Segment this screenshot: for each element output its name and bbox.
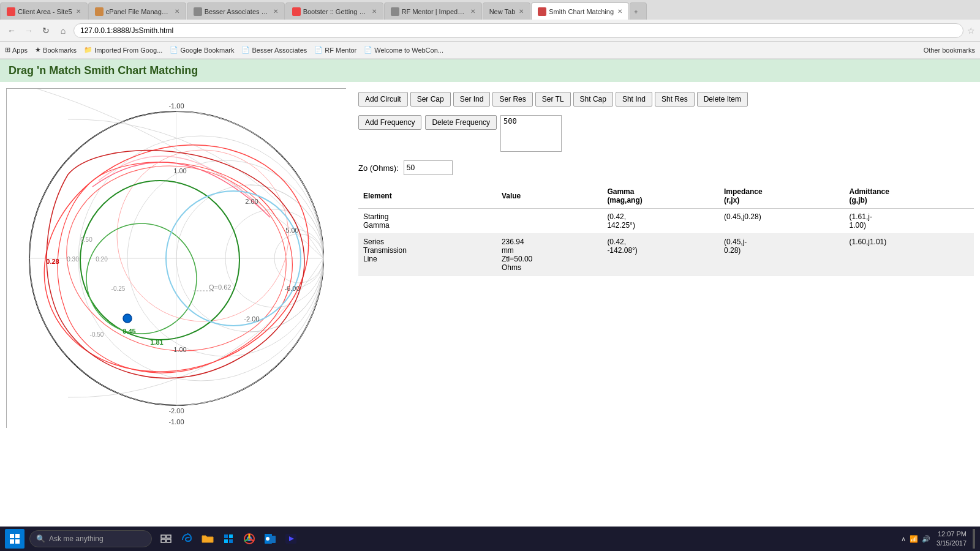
svg-text:-0.25: -0.25	[111, 285, 126, 292]
tab-rfmentor[interactable]: RF Mentor | Impedance ... ✕	[384, 2, 482, 20]
browser-chrome: Client Area - Site5 ✕ cPanel File Manage…	[0, 0, 980, 59]
ser-res-button[interactable]: Ser Res	[492, 92, 532, 107]
url-input[interactable]	[74, 23, 963, 38]
tab-smith[interactable]: Smith Chart Matching ✕	[531, 2, 629, 20]
sht-ind-button[interactable]: Sht Ind	[616, 92, 652, 107]
delete-frequency-button[interactable]: Delete Frequency	[425, 115, 497, 130]
bookmark-star-icon[interactable]: ☆	[967, 26, 975, 36]
tab-cpanel[interactable]: cPanel File Manager v3 ✕	[88, 2, 186, 20]
tab-favicon	[538, 7, 546, 16]
tab-title: Client Area - Site5	[18, 8, 72, 15]
cell-gamma: (0.42,-142.08°)	[602, 234, 719, 276]
bookmarks-bar: ⊞ Apps ★ Bookmarks 📁 Imported From Goog.…	[0, 42, 980, 59]
tab-favicon	[391, 7, 399, 16]
bookmark-other[interactable]: Other bookmarks	[924, 47, 975, 54]
circuit-button-row: Add Circuit Ser Cap Ser Ind Ser Res Ser …	[358, 92, 974, 107]
tab-close-icon[interactable]: ✕	[175, 8, 179, 15]
frequency-row: Add Frequency Delete Frequency 500	[358, 115, 974, 152]
home-button[interactable]: ⌂	[56, 24, 70, 37]
bookmark-icon: 📄	[314, 46, 323, 54]
tab-new-button[interactable]: +	[630, 2, 647, 20]
tab-close-icon[interactable]: ✕	[273, 8, 278, 15]
bookmark-besser[interactable]: 📄 Besser Associates	[241, 46, 307, 54]
tab-close-icon[interactable]: ✕	[76, 8, 81, 15]
tab-close-icon[interactable]: ✕	[519, 8, 524, 15]
tab-title: Besser Associates > Com...	[205, 8, 270, 15]
bookmark-bookmarks[interactable]: ★ Bookmarks	[35, 46, 77, 54]
svg-text:0.28: 0.28	[46, 258, 59, 265]
tab-title: RF Mentor | Impedance ...	[402, 8, 467, 15]
tab-title: New Tab	[489, 8, 516, 15]
tab-besser[interactable]: Besser Associates > Com... ✕	[187, 2, 285, 20]
add-circuit-button[interactable]: Add Circuit	[358, 92, 408, 107]
table-row: SeriesTransmissionLine 236.94mmZtl=50.00…	[358, 234, 974, 276]
tab-bootster[interactable]: Bootster :: Getting starte... ✕	[285, 2, 383, 20]
back-button[interactable]: ←	[5, 24, 18, 37]
bookmark-label: Imported From Goog...	[94, 47, 162, 54]
sht-res-button[interactable]: Sht Res	[655, 92, 695, 107]
tab-favicon	[292, 7, 301, 16]
add-frequency-button[interactable]: Add Frequency	[358, 115, 421, 130]
tab-favicon	[194, 7, 202, 16]
tab-favicon	[7, 7, 15, 16]
svg-text:-0.50: -0.50	[90, 331, 104, 338]
bookmark-apps[interactable]: ⊞ Apps	[5, 46, 28, 54]
frequency-input[interactable]: 500	[500, 115, 562, 152]
bookmark-label: Bookmarks	[43, 47, 77, 54]
svg-text:Q=0.62: Q=0.62	[209, 283, 231, 291]
svg-point-35	[123, 314, 132, 323]
zo-label: Zo (Ohms):	[358, 163, 399, 173]
delete-item-button[interactable]: Delete Item	[697, 92, 748, 107]
tab-title: cPanel File Manager v3	[106, 8, 171, 15]
bookmark-label: Welcome to WebCon...	[374, 47, 443, 54]
col-admittance: Admittance(g,jb)	[845, 184, 974, 209]
cell-value	[497, 209, 603, 234]
bookmark-icon: 📄	[241, 46, 250, 54]
cell-admittance: (1.61,j-1.00)	[845, 209, 974, 234]
svg-text:-6.00: -6.00	[284, 285, 300, 292]
reload-button[interactable]: ↻	[39, 24, 53, 37]
tab-title: Smith Chart Matching	[549, 8, 614, 15]
svg-text:-2.00: -2.00	[244, 315, 259, 323]
tab-close-icon[interactable]: ✕	[617, 8, 622, 15]
smith-chart[interactable]: -1.00 1.00 2.00 5.00 -6.00 -2.00 -2.00 1…	[6, 88, 346, 428]
sht-cap-button[interactable]: Sht Cap	[573, 92, 613, 107]
svg-text:-1.00: -1.00	[168, 418, 184, 425]
cell-impedance: (0.45,j0.28)	[719, 209, 845, 234]
address-bar: ← → ↻ ⌂ ☆	[0, 20, 980, 42]
col-gamma: Gamma(mag,ang)	[602, 184, 719, 209]
svg-text:0.30: 0.30	[67, 256, 79, 263]
star-icon: ★	[35, 46, 41, 54]
tab-close-icon[interactable]: ✕	[372, 8, 377, 15]
data-table: Element Value Gamma(mag,ang) Impedance(r…	[358, 184, 974, 276]
cell-value: 236.94mmZtl=50.00Ohms	[497, 234, 603, 276]
bookmark-label: Google Bookmark	[180, 47, 234, 54]
tab-close-icon[interactable]: ✕	[470, 8, 475, 15]
forward-button[interactable]: →	[22, 24, 36, 37]
table-row: StartingGamma (0.42,142.25°) (0.45,j0.28…	[358, 209, 974, 234]
bookmark-imported[interactable]: 📁 Imported From Goog...	[84, 46, 162, 54]
ser-cap-button[interactable]: Ser Cap	[410, 92, 451, 107]
col-element: Element	[358, 184, 497, 209]
right-panel: Add Circuit Ser Cap Ser Ind Ser Res Ser …	[358, 88, 974, 514]
svg-text:1.81: 1.81	[150, 339, 163, 346]
bookmark-google[interactable]: 📄 Google Bookmark	[170, 46, 234, 54]
cell-impedance: (0.45,j-0.28)	[719, 234, 845, 276]
bookmark-label: Apps	[12, 47, 28, 54]
ser-tl-button[interactable]: Ser TL	[535, 92, 571, 107]
tab-newtab[interactable]: New Tab ✕	[483, 2, 531, 20]
bookmark-rfmentor[interactable]: 📄 RF Mentor	[314, 46, 356, 54]
zo-row: Zo (Ohms):	[358, 160, 974, 175]
tab-favicon	[95, 7, 104, 16]
cell-admittance: (1.60,j1.01)	[845, 234, 974, 276]
bookmark-label: Besser Associates	[252, 47, 307, 54]
tab-client-area[interactable]: Client Area - Site5 ✕	[0, 2, 88, 20]
app-body: -1.00 1.00 2.00 5.00 -6.00 -2.00 -2.00 1…	[0, 82, 980, 520]
ser-ind-button[interactable]: Ser Ind	[453, 92, 491, 107]
cell-element: StartingGamma	[358, 209, 497, 234]
zo-input[interactable]	[404, 160, 453, 175]
app-header: Drag 'n Match Smith Chart Matching	[0, 59, 980, 82]
bookmark-webcon[interactable]: 📄 Welcome to WebCon...	[364, 46, 443, 54]
apps-icon: ⊞	[5, 46, 10, 54]
svg-text:5.00: 5.00	[285, 227, 298, 234]
